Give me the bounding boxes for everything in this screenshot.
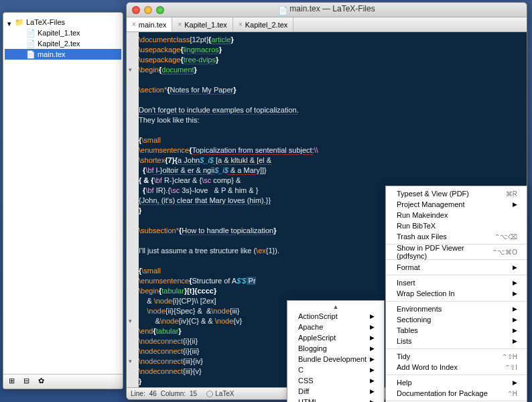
menu-item-run-makeindex[interactable]: Run Makeindex (386, 210, 527, 220)
latex-menu: Typeset & View (PDF)⌘RProject Management… (385, 186, 527, 402)
menu-item-typeset-view-pdf-[interactable]: Typeset & View (PDF)⌘R (386, 188, 527, 199)
minimize-button[interactable] (144, 6, 152, 14)
sidebar-toolbar: ⊞ ⊟ ✿ (3, 374, 123, 389)
menu-item-project-management[interactable]: Project Management▶ (386, 199, 527, 210)
menu-item-insert[interactable]: Insert▶ (386, 277, 527, 288)
menu-item-diff[interactable]: Diff▶ (287, 386, 384, 397)
menu-item-actionscript[interactable]: ActionScript▶ (287, 311, 384, 322)
tree-item-0[interactable]: 📄 Kapitel_1.tex (5, 27, 121, 38)
fold-icon[interactable]: ▾ (129, 316, 132, 326)
tree-item-1[interactable]: 📄 Kapitel_2.tex (5, 38, 121, 49)
bundle-menu: ▲ ActionScript▶Apache▶AppleScript▶Bloggi… (287, 300, 385, 402)
file-browser: ▾ 📁 LaTeX-Files 📄 Kapitel_1.tex 📄 Kapite… (3, 12, 123, 389)
chevron-down-icon: ▾ (7, 19, 13, 25)
file-icon: 📄 (26, 28, 36, 38)
tab-main[interactable]: ×main.tex (127, 17, 172, 31)
menu-item-html[interactable]: HTML▶ (287, 397, 384, 402)
document-icon: 📄 (278, 6, 287, 15)
status-line: 46 (149, 390, 157, 397)
tree-item-2[interactable]: 📄 main.tex (5, 49, 121, 60)
menu-item-apache[interactable]: Apache▶ (287, 322, 384, 332)
menu-item-run-bibtex[interactable]: Run BibTeX (386, 220, 527, 231)
menu-item-add-word-to-index[interactable]: Add Word to Index⌃⇧I (386, 362, 527, 373)
menu-divider (386, 401, 527, 401)
tree-item-label: Kapitel_1.tex (38, 29, 80, 37)
traffic-lights (132, 6, 164, 14)
menu-item-tables[interactable]: Tables▶ (386, 325, 527, 336)
menu-item-lists[interactable]: Lists▶ (386, 336, 527, 346)
menu-divider (386, 348, 527, 349)
zoom-button[interactable] (156, 6, 164, 14)
language-selector[interactable]: LaTeX (206, 390, 234, 397)
tree-item-label: main.tex (38, 50, 66, 58)
record-icon (206, 391, 213, 397)
menu-item-documentation-for-package[interactable]: Documentation for Package⌃H (386, 388, 527, 399)
menu-divider (386, 275, 527, 275)
menu-item-environments[interactable]: Environments▶ (386, 304, 527, 314)
close-icon[interactable]: × (239, 21, 243, 28)
menu-item-css[interactable]: CSS▶ (287, 375, 384, 386)
gear-icon[interactable]: ✿ (36, 377, 46, 387)
menu-item-bundle-development[interactable]: Bundle Development▶ (287, 354, 384, 364)
tree-root[interactable]: ▾ 📁 LaTeX-Files (5, 17, 121, 27)
status-col: 15 (190, 390, 197, 397)
window-title: 📄main.tex — LaTeX-Files (127, 4, 527, 15)
status-line-label: Line: (131, 390, 145, 397)
close-icon[interactable]: × (178, 21, 182, 28)
menu-item-c[interactable]: C▶ (287, 364, 384, 375)
scroll-up-icon[interactable]: ▲ (287, 303, 384, 311)
tree-root-label: LaTeX-Files (26, 18, 65, 26)
menu-item-wrap-selection-in[interactable]: Wrap Selection In▶ (386, 288, 527, 299)
menu-item-tidy[interactable]: Tidy⌃⇧H (386, 351, 527, 362)
folder-icon: 📁 (15, 17, 24, 27)
close-button[interactable] (132, 6, 140, 14)
fold-icon[interactable]: ▾ (129, 356, 132, 366)
status-col-label: Column: (161, 390, 186, 397)
menu-item-applescript[interactable]: AppleScript▶ (287, 332, 384, 343)
tree-item-label: Kapitel_2.tex (38, 40, 80, 48)
tab-bar: ×main.tex ×Kapitel_1.tex ×Kapitel_2.tex (127, 17, 527, 32)
sidebar-action-1[interactable]: ⊞ (6, 377, 17, 387)
menu-item-show-in-pdf-viewer-pdfsync-[interactable]: Show in PDF Viewer (pdfsync)⌃⌥⌘O (386, 247, 527, 257)
close-icon[interactable]: × (132, 21, 136, 28)
titlebar[interactable]: 📄main.tex — LaTeX-Files (127, 3, 527, 17)
sidebar-action-2[interactable]: ⊟ (21, 377, 31, 387)
tab-kap1[interactable]: ×Kapitel_1.tex (172, 17, 232, 31)
menu-divider (386, 375, 527, 375)
fold-icon[interactable]: ▾ (129, 65, 132, 75)
menu-divider (386, 301, 527, 302)
menu-item-blogging[interactable]: Blogging▶ (287, 343, 384, 354)
menu-item-trash-aux-files[interactable]: Trash aux Files⌃⌥⌫ (386, 231, 527, 242)
tab-kap2[interactable]: ×Kapitel_2.tex (233, 17, 293, 31)
menu-item-format[interactable]: Format▶ (386, 262, 527, 273)
menu-item-sectioning[interactable]: Sectioning▶ (386, 314, 527, 325)
gutter: ▾ ▾ ▾ (127, 32, 139, 387)
file-icon: 📄 (26, 50, 36, 59)
menu-item-help[interactable]: Help▶ (386, 377, 527, 388)
file-icon: 📄 (26, 39, 36, 48)
